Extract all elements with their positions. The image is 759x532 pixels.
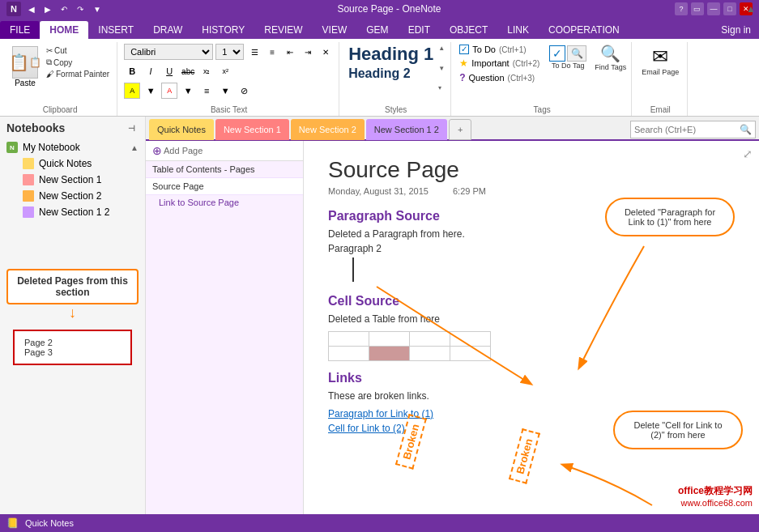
tab-gem[interactable]: GEM <box>356 21 398 39</box>
cut-button[interactable]: ✂ Cut <box>44 45 112 56</box>
sidebar-item-new-section-12[interactable]: New Section 1 2 <box>16 204 145 220</box>
tags-group-label: Tags <box>453 105 631 114</box>
todo-tag-large-button[interactable]: ✓ 🔍 To Do Tag <box>546 44 590 71</box>
superscript-button[interactable]: x² <box>217 63 233 79</box>
app-title: Source Page - OneNote <box>337 3 441 15</box>
page-item-link[interactable]: Link to Source Page <box>146 195 303 210</box>
tab-add-section[interactable]: + <box>449 119 471 140</box>
align-dropdown[interactable]: ▼ <box>217 83 233 99</box>
align-left[interactable]: ≡ <box>198 83 215 99</box>
maximize-button[interactable]: □ <box>723 2 736 15</box>
tab-link[interactable]: LINK <box>497 21 539 39</box>
minimize-button[interactable]: — <box>707 2 720 15</box>
font-color-dropdown[interactable]: ▼ <box>180 83 196 99</box>
email-group: ✉ Email Page Email <box>633 42 688 116</box>
styles-group-label: Styles <box>341 105 450 114</box>
increase-indent-button[interactable]: ⇥ <box>300 44 316 60</box>
back-button[interactable]: ◀ <box>26 3 37 15</box>
tab-new-section-2[interactable]: New Section 2 <box>291 119 365 140</box>
highlight-color-button[interactable]: A <box>124 83 140 99</box>
tab-new-section-12[interactable]: New Section 1 2 <box>366 119 447 140</box>
sidebar-item-quick-notes[interactable]: Quick Notes <box>16 155 145 172</box>
tab-history[interactable]: HISTORY <box>192 21 254 39</box>
cursor-line <box>352 257 354 282</box>
sidebar-item-new-section-1[interactable]: New Section 1 <box>16 172 145 188</box>
search-icon[interactable]: 🔍 <box>740 124 752 135</box>
todo-tag-item[interactable]: ✓ To Do (Ctrl+1) <box>458 44 541 55</box>
ribbon-toggle[interactable]: ▭ <box>691 2 704 15</box>
tab-file[interactable]: FILE <box>0 21 40 39</box>
page-item-toc[interactable]: Table of Contents - Pages <box>146 161 303 178</box>
find-tags-label: Find Tags <box>595 63 626 71</box>
notebook-title: Notebooks ⊣ <box>0 117 145 139</box>
quick-notes-icon <box>23 158 34 169</box>
styles-scroll-up[interactable]: ▲ <box>437 44 446 53</box>
add-page-label: Add Page <box>164 146 203 155</box>
tab-edit[interactable]: EDIT <box>399 21 440 39</box>
todo-checkbox: ✓ <box>459 45 469 54</box>
redo-button[interactable]: ↷ <box>75 3 86 15</box>
signin-button[interactable]: Sign in <box>713 21 759 39</box>
note-meta: Monday, August 31, 2015 6:29 PM <box>328 186 735 196</box>
italic-button[interactable]: I <box>143 63 159 79</box>
bold-button[interactable]: B <box>124 63 140 79</box>
tab-cooperation[interactable]: COOPERATION <box>539 21 629 39</box>
email-icon: ✉ <box>652 45 668 68</box>
todo-shortcut: (Ctrl+1) <box>499 45 527 54</box>
find-tags-btn[interactable]: 🔍 Find Tags <box>595 44 626 71</box>
format-painter-button[interactable]: 🖌 Format Painter <box>44 69 112 79</box>
page-item-source[interactable]: Source Page <box>146 178 303 195</box>
undo-button[interactable]: ↶ <box>58 3 70 15</box>
my-notebook-item[interactable]: N My Notebook ▲ <box>0 139 145 155</box>
bullets-button[interactable]: ☰ <box>246 44 262 60</box>
paste-button[interactable]: 📋 Paste <box>8 44 42 90</box>
font-select[interactable]: Calibri <box>124 44 213 60</box>
expand-icon[interactable]: ⤢ <box>743 147 753 160</box>
strikethrough2[interactable]: ⊘ <box>236 83 252 99</box>
copy-button[interactable]: ⧉ Copy <box>44 57 112 68</box>
star-icon: ★ <box>459 57 468 69</box>
clear-format-button[interactable]: ✕ <box>318 44 334 60</box>
font-size-select[interactable]: 11 <box>215 44 244 60</box>
decrease-indent-button[interactable]: ⇤ <box>282 44 298 60</box>
tab-view[interactable]: VIEW <box>313 21 357 39</box>
add-page-button[interactable]: ⊕ Add Page <box>152 144 203 157</box>
tags-content: ✓ To Do (Ctrl+1) ★ Important (Ctrl+2) ? … <box>458 44 626 114</box>
link-2-text[interactable]: Cell for Link to (2) <box>328 423 405 434</box>
more-qa[interactable]: ▼ <box>91 3 104 15</box>
tab-insert[interactable]: INSERT <box>88 21 143 39</box>
important-tag-item[interactable]: ★ Important (Ctrl+2) <box>458 57 541 70</box>
list-format-buttons: ☰ ≡ ⇤ ⇥ ✕ <box>246 44 334 60</box>
ribbon-collapse[interactable]: ▲ <box>746 3 756 15</box>
sidebar-item-new-section-2[interactable]: New Section 2 <box>16 188 145 204</box>
highlight-dropdown[interactable]: ▼ <box>143 83 159 99</box>
styles-more[interactable]: ▾ <box>437 83 446 92</box>
clipboard-content: 📋 Paste ✂ Cut ⧉ Copy 🖌 Format Painter <box>8 44 112 114</box>
subscript-button[interactable]: x₂ <box>198 63 215 79</box>
tab-quick-notes[interactable]: Quick Notes <box>149 119 214 140</box>
tab-draw[interactable]: DRAW <box>143 21 192 39</box>
tab-review[interactable]: REVIEW <box>254 21 312 39</box>
help-button[interactable]: ? <box>675 2 688 15</box>
new-section-2-icon <box>23 190 34 202</box>
clipboard-small-buttons: ✂ Cut ⧉ Copy 🖌 Format Painter <box>44 44 112 79</box>
styles-scroll-down[interactable]: ▼ <box>437 64 446 73</box>
question-tag-item[interactable]: ? Question (Ctrl+3) <box>458 71 541 84</box>
font-color-button[interactable]: A <box>161 83 177 99</box>
heading2-style[interactable]: Heading 2 <box>346 65 436 82</box>
forward-button[interactable]: ▶ <box>42 3 53 15</box>
notebook-collapse[interactable]: ⊣ <box>125 124 139 133</box>
cell-source-heading: Cell Source <box>328 294 735 309</box>
email-page-button[interactable]: ✉ Email Page <box>638 44 682 78</box>
tab-object[interactable]: OBJECT <box>440 21 497 39</box>
tab-new-section-1[interactable]: New Section 1 <box>215 119 289 140</box>
search-input[interactable] <box>634 125 740 134</box>
underline-button[interactable]: U <box>161 63 177 79</box>
numbering-button[interactable]: ≡ <box>264 44 280 60</box>
format-row2: B I U abc x₂ x² <box>124 63 233 79</box>
format-row3: A ▼ A ▼ ≡ ▼ ⊘ <box>124 83 252 99</box>
tab-home[interactable]: HOME <box>40 21 88 39</box>
strikethrough-button[interactable]: abc <box>180 63 196 79</box>
heading1-style[interactable]: Heading 1 <box>346 44 436 65</box>
main-area: Notebooks ⊣ N My Notebook ▲ Quick Notes … <box>0 117 759 514</box>
